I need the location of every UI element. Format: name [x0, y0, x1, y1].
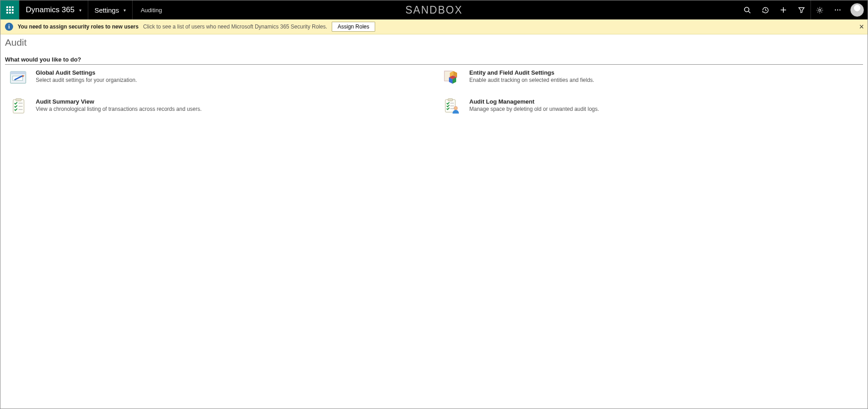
option-desc: Manage space by deleting old or unwanted…	[469, 106, 599, 112]
svg-marker-4	[799, 8, 804, 13]
option-audit-summary-view[interactable]: Audit Summary View View a chronological …	[5, 98, 429, 114]
ellipsis-icon	[834, 6, 841, 14]
recent-button[interactable]	[756, 0, 774, 19]
svg-point-7	[837, 10, 838, 10]
search-icon	[744, 6, 751, 14]
funnel-icon	[798, 6, 805, 14]
option-desc: Enable audit tracking on selected entiti…	[469, 77, 594, 83]
gear-button[interactable]	[811, 0, 829, 19]
svg-rect-28	[448, 99, 453, 101]
option-audit-log-management[interactable]: Audit Log Management Manage space by del…	[439, 98, 863, 114]
svg-point-8	[839, 10, 840, 10]
option-title: Global Audit Settings	[36, 69, 137, 76]
waffle-icon	[6, 6, 14, 14]
chevron-down-icon: ▾	[124, 8, 126, 13]
settings-menu[interactable]: Settings ▾	[88, 0, 133, 19]
options-grid: Global Audit Settings Select audit setti…	[5, 68, 863, 114]
avatar[interactable]	[850, 3, 864, 17]
close-notice-button[interactable]: ×	[859, 23, 864, 31]
svg-line-1	[749, 11, 750, 13]
option-global-audit-settings[interactable]: Global Audit Settings Select audit setti…	[5, 69, 429, 86]
option-desc: View a chronological listing of transact…	[36, 106, 202, 112]
more-button[interactable]	[829, 0, 847, 19]
svg-point-32	[454, 106, 458, 110]
page-content: Audit What would you like to do? Global …	[0, 34, 868, 116]
settings-window-icon	[10, 69, 28, 86]
assign-roles-button[interactable]: Assign Roles	[332, 22, 375, 32]
new-button[interactable]	[774, 0, 792, 19]
option-entity-field-audit[interactable]: Entity and Field Audit Settings Enable a…	[439, 69, 863, 86]
svg-point-6	[835, 10, 836, 10]
environment-label: SANDBOX	[405, 4, 463, 16]
top-nav-bar: Dynamics 365 ▾ Settings ▾ Auditing SANDB…	[0, 0, 868, 19]
breadcrumb[interactable]: Auditing	[133, 0, 170, 19]
security-roles-notice: i You need to assign security roles to n…	[0, 19, 868, 34]
info-icon: i	[5, 23, 13, 31]
brand-label: Dynamics 365	[26, 5, 75, 14]
svg-point-5	[819, 9, 821, 11]
topbar-actions	[738, 0, 868, 19]
brand-menu[interactable]: Dynamics 365 ▾	[19, 0, 88, 19]
svg-rect-23	[16, 99, 21, 101]
gear-icon	[816, 6, 824, 14]
svg-point-0	[744, 7, 749, 12]
svg-rect-11	[10, 71, 26, 74]
plus-icon	[780, 6, 787, 14]
settings-label: Settings	[95, 6, 119, 14]
option-title: Audit Summary View	[36, 98, 202, 105]
cubes-icon	[443, 69, 461, 86]
app-launcher-button[interactable]	[0, 0, 19, 19]
notice-title: You need to assign security roles to new…	[18, 24, 138, 30]
page-title: Audit	[5, 37, 863, 48]
checklist-user-icon	[443, 98, 461, 114]
chevron-down-icon: ▾	[79, 8, 81, 13]
search-button[interactable]	[738, 0, 756, 19]
option-title: Entity and Field Audit Settings	[469, 69, 594, 76]
clock-history-icon	[762, 6, 769, 14]
filter-button[interactable]	[792, 0, 811, 19]
checklist-icon	[10, 98, 28, 114]
option-title: Audit Log Management	[469, 98, 599, 105]
option-desc: Select audit settings for your organizat…	[36, 77, 137, 83]
notice-subtitle[interactable]: Click to see a list of users who need Mi…	[143, 24, 327, 30]
breadcrumb-label: Auditing	[141, 7, 162, 14]
section-heading: What would you like to do?	[5, 56, 863, 65]
